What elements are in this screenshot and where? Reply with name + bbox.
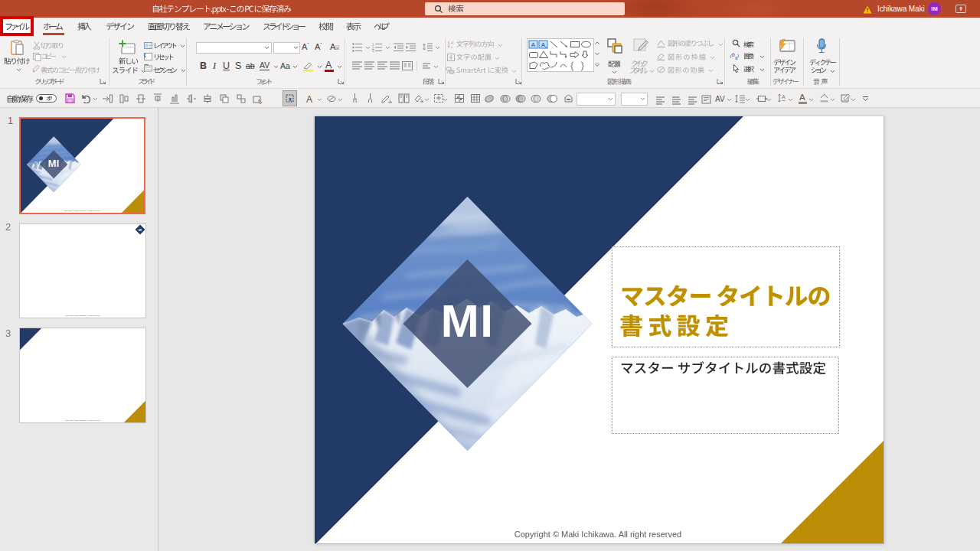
- svg-text:x: x: [289, 96, 292, 102]
- svg-text:A: A: [782, 94, 786, 99]
- svg-text:A: A: [451, 41, 454, 45]
- svg-text:MI: MI: [139, 228, 142, 232]
- svg-text:A: A: [541, 41, 546, 48]
- svg-text:3: 3: [372, 49, 374, 52]
- svg-text:A: A: [531, 41, 536, 48]
